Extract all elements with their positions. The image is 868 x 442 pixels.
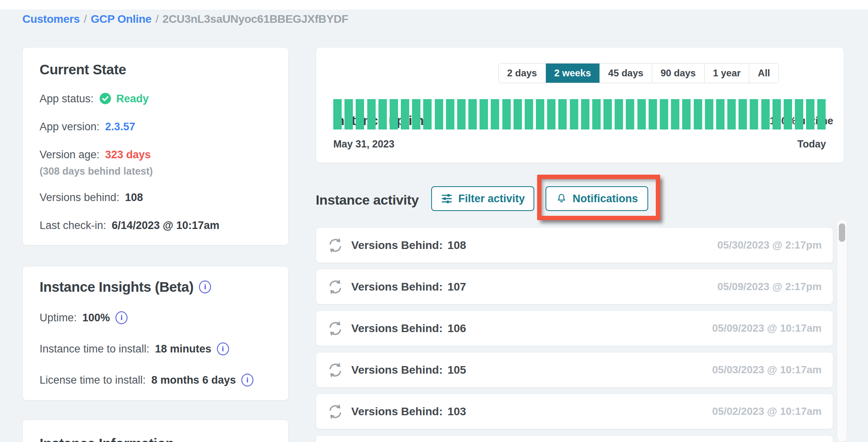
activity-row-value: 106 (448, 322, 466, 335)
breadcrumb-separator: / (84, 13, 87, 25)
uptime-range-group: 2 days2 weeks45 days90 days1 yearAll (498, 63, 779, 83)
uptime-row: Uptime: 100% i (40, 311, 271, 324)
uptime-bar (671, 99, 679, 129)
version-age-row: Version age: 323 days (40, 149, 271, 161)
uptime-bar (378, 99, 387, 129)
uptime-axis-labels: May 31, 2023 Today (333, 138, 826, 150)
info-icon[interactable]: i (241, 374, 253, 386)
activity-row: Versions Behind: 107 05/09/2023 @ 2:17pm (316, 269, 833, 305)
instance-activity-title: Instance activity (316, 192, 419, 208)
uptime-bar (367, 99, 376, 129)
uptime-value: 100% (82, 312, 110, 324)
activity-row-label: Versions Behind: (351, 364, 443, 376)
uptime-bar (682, 99, 691, 129)
filter-activity-button[interactable]: Filter activity (431, 186, 534, 211)
instance-uptime-card: Instance uptime 2 days2 weeks45 days90 d… (316, 47, 844, 163)
version-age-note: (308 days behind latest) (40, 165, 271, 177)
uptime-bar (660, 99, 668, 129)
uptime-bar (468, 99, 477, 129)
app-version-row: App version: 2.3.57 (40, 121, 271, 133)
uptime-bar (817, 99, 826, 129)
activity-row-value: 107 (448, 281, 466, 293)
instance-insights-card: Instance Insights (Beta) i Uptime: 100% … (22, 266, 289, 400)
app-status-row: App status: Ready (40, 92, 271, 105)
license-install-row: License time to install: 8 months 6 days… (40, 374, 271, 386)
versions-behind-row: Versions behind: 108 (40, 191, 271, 203)
activity-row-label: Versions Behind: (351, 239, 443, 252)
app-version-label: App version: (40, 121, 100, 133)
instance-install-row: Instance time to install: 18 minutes i (40, 342, 271, 355)
license-install-value: 8 months 6 days (151, 374, 236, 386)
notifications-button[interactable]: Notifications (545, 186, 648, 211)
info-icon[interactable]: i (199, 281, 211, 293)
version-age-label: Version age: (40, 149, 100, 161)
instance-insights-title-text: Instance Insights (Beta) (40, 279, 193, 295)
activity-row-timestamp: 05/02/2023 @ 10:17am (712, 405, 822, 418)
last-checkin-value: 6/14/2023 @ 10:17am (112, 219, 220, 231)
uptime-bar (514, 99, 522, 129)
notifications-label: Notifications (573, 193, 638, 205)
uptime-bar (558, 99, 567, 129)
activity-row-value: 108 (448, 239, 466, 252)
activity-row-value: 103 (448, 405, 466, 418)
last-checkin-row: Last check-in: 6/14/2023 @ 10:17am (40, 219, 271, 231)
uptime-bar (435, 99, 443, 129)
instance-insights-title: Instance Insights (Beta) i (40, 279, 271, 295)
uptime-bar (806, 99, 814, 129)
sync-arrows-icon (326, 320, 344, 337)
uptime-range-90-days[interactable]: 90 days (652, 64, 704, 83)
uptime-bar (502, 99, 511, 129)
current-state-card: Current State App status: Ready App vers… (22, 47, 289, 245)
info-icon[interactable]: i (217, 342, 229, 355)
uptime-bar (705, 99, 713, 129)
breadcrumb: Customers/GCP Online/2CU3nL3saUNyoc61BBE… (22, 13, 348, 26)
uptime-bar (333, 99, 342, 129)
uptime-bar (390, 99, 398, 129)
sync-arrows-icon (326, 237, 344, 254)
uptime-bar (547, 99, 555, 129)
activity-row: Versions Behind: 103 05/02/2023 @ 10:17a… (316, 394, 833, 429)
uptime-bar (457, 99, 466, 129)
activity-row-timestamp: 05/30/2023 @ 2:17pm (717, 239, 822, 251)
top-navbar-edge (0, 0, 868, 10)
activity-row-timestamp: 05/03/2023 @ 10:17am (712, 364, 822, 376)
uptime-bar (446, 99, 454, 129)
activity-scrollbar-track[interactable] (837, 219, 847, 442)
versions-behind-label: Versions behind: (40, 191, 119, 203)
uptime-bar (525, 99, 533, 129)
uptime-bar (412, 99, 420, 129)
uptime-bar (401, 99, 409, 129)
uptime-bar (344, 99, 353, 129)
breadcrumb-item-1[interactable]: Customers (22, 13, 80, 25)
sync-arrows-icon (326, 278, 344, 296)
sync-arrows-icon (326, 361, 344, 379)
activity-row: Versions Behind: 105 05/03/2023 @ 10:17a… (316, 352, 833, 388)
uptime-bar-chart (333, 99, 826, 129)
uptime-range-2-days[interactable]: 2 days (499, 64, 545, 83)
uptime-range-1-year[interactable]: 1 year (704, 64, 749, 83)
bell-icon (556, 193, 567, 204)
breadcrumb-separator: / (155, 13, 158, 25)
activity-row-label: Versions Behind: (351, 405, 443, 418)
instance-information-card: Instance Information (22, 420, 289, 442)
uptime-bar (581, 99, 589, 129)
uptime-range-45-days[interactable]: 45 days (599, 64, 652, 83)
uptime-bar (603, 99, 612, 129)
uptime-bar (716, 99, 725, 129)
uptime-bar (356, 99, 364, 129)
uptime-bar (739, 99, 747, 129)
info-icon[interactable]: i (115, 311, 127, 324)
uptime-start-label: May 31, 2023 (333, 138, 394, 150)
breadcrumb-item-2[interactable]: GCP Online (91, 13, 151, 25)
uptime-bar (592, 99, 601, 129)
uptime-bar (649, 99, 657, 129)
activity-row-timestamp: 05/09/2023 @ 10:17am (712, 322, 822, 334)
uptime-bar (795, 99, 803, 129)
activity-row: Versions Behind: 106 05/09/2023 @ 10:17a… (316, 311, 833, 346)
uptime-range-all[interactable]: All (749, 64, 778, 83)
check-circle-icon (99, 92, 111, 105)
uptime-range-2-weeks[interactable]: 2 weeks (545, 64, 599, 83)
app-version-value[interactable]: 2.3.57 (105, 121, 135, 133)
activity-scrollbar-thumb[interactable] (839, 223, 845, 242)
uptime-bar (615, 99, 623, 129)
